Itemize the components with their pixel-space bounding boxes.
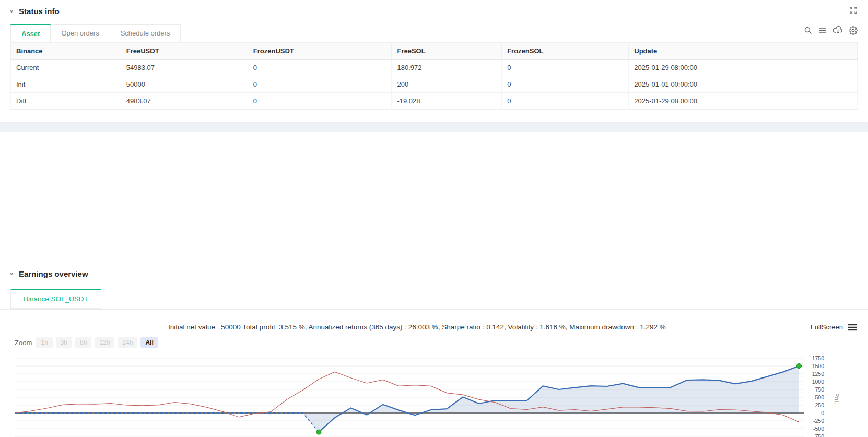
- tab-open-orders[interactable]: Open orders: [51, 24, 110, 42]
- table-cell: 0: [502, 60, 629, 76]
- table-row: Current54983.070180.97202025-01-29 08:00…: [11, 60, 858, 76]
- svg-text:500: 500: [815, 394, 824, 400]
- expand-icon[interactable]: [849, 6, 858, 17]
- table-cell: 180.972: [392, 60, 502, 76]
- axis-label-pnl: PnL: [834, 393, 840, 404]
- earnings-overview-card: ∨ Earnings overview Binance.SOL_USDT Ini…: [0, 132, 868, 437]
- menu-icon[interactable]: [818, 26, 827, 35]
- zoom-option-all[interactable]: All: [140, 337, 158, 348]
- table-row: Init50000020002025-01-01 00:00:00: [11, 76, 858, 93]
- zoom-option-3h[interactable]: 3h: [56, 337, 72, 348]
- col-header-frozensol: FrozenSOL: [502, 43, 629, 60]
- fullscreen-label: FullScreen: [811, 323, 843, 331]
- collapse-chevron-icon[interactable]: ∨: [9, 271, 14, 276]
- tabs-divider: [0, 309, 868, 310]
- table-cell: 2025-01-01 00:00:00: [629, 76, 858, 93]
- tab-schedule-orders[interactable]: Schedule orders: [110, 24, 181, 42]
- table-cell: 0: [248, 76, 392, 93]
- zoom-controls: Zoom 1h3h8h12h24hAll: [15, 337, 158, 348]
- status-info-header: ∨ Status info: [9, 7, 60, 16]
- col-header-freesol: FreeSOL: [392, 43, 502, 60]
- pnl-marker: [316, 430, 321, 434]
- table-cell: 0: [248, 93, 392, 110]
- table-toolbar: [804, 26, 858, 35]
- table-cell: 0: [502, 93, 629, 110]
- svg-text:1500: 1500: [812, 363, 825, 369]
- col-header-update: Update: [629, 43, 858, 60]
- zoom-option-12h[interactable]: 12h: [95, 337, 114, 348]
- pnl-area: [303, 366, 799, 432]
- stats-summary: Initial net value : 50000 Total profit: …: [168, 323, 666, 331]
- svg-text:0: 0: [821, 410, 824, 416]
- svg-text:1000: 1000: [812, 379, 825, 385]
- pnl-marker: [797, 364, 802, 369]
- zoom-label: Zoom: [15, 339, 32, 347]
- gear-icon[interactable]: [849, 26, 858, 35]
- svg-text:1250: 1250: [812, 371, 825, 377]
- table-cell: 54983.07: [121, 60, 248, 76]
- pnl-line-dashed: [15, 413, 319, 432]
- table-cell: Diff: [11, 93, 121, 110]
- collapse-chevron-icon[interactable]: ∨: [9, 8, 14, 14]
- status-info-card: ∨ Status info Asset Open orders Schedule…: [0, 0, 868, 122]
- tab-binance-sol-usdt[interactable]: Binance.SOL_USDT: [10, 289, 101, 309]
- col-header-freeusdt: FreeUSDT: [121, 43, 248, 60]
- table-cell: 200: [392, 76, 502, 93]
- col-header-binance: Binance: [11, 43, 121, 60]
- earnings-header: ∨ Earnings overview: [9, 269, 88, 278]
- fullscreen-button[interactable]: FullScreen: [811, 323, 857, 331]
- svg-text:-750: -750: [813, 433, 824, 437]
- zoom-option-24h[interactable]: 24h: [118, 337, 137, 348]
- table-cell: 50000: [121, 76, 248, 93]
- table-cell: 0: [502, 76, 629, 93]
- table-cell: 2025-01-29 08:00:00: [629, 93, 858, 110]
- svg-text:-250: -250: [813, 418, 824, 424]
- table-cell: 0: [248, 60, 392, 76]
- table-cell: 4983.07: [121, 93, 248, 110]
- tab-asset[interactable]: Asset: [10, 24, 51, 42]
- table-cell: Init: [11, 76, 121, 93]
- svg-text:-500: -500: [813, 426, 824, 432]
- table-cell: 2025-01-29 08:00:00: [629, 60, 858, 76]
- table-row: Diff4983.070-19.02802025-01-29 08:00:00: [11, 93, 858, 110]
- table-cell: -19.028: [392, 93, 502, 110]
- status-info-title: Status info: [19, 7, 60, 16]
- asset-table: BinanceFreeUSDTFrozenUSDTFreeSOLFrozenSO…: [10, 42, 858, 110]
- col-header-frozenusdt: FrozenUSDT: [248, 43, 392, 60]
- earnings-title: Earnings overview: [19, 269, 88, 278]
- pnl-panel: [15, 358, 804, 437]
- chart-menu-icon[interactable]: [848, 324, 857, 331]
- search-icon[interactable]: [804, 26, 813, 35]
- table-cell[interactable]: Current: [11, 60, 121, 76]
- earnings-chart[interactable]: 17501500125010007505002500-250-500-750-1…: [0, 350, 868, 437]
- zoom-option-8h[interactable]: 8h: [75, 337, 91, 348]
- zoom-option-1h[interactable]: 1h: [36, 337, 52, 348]
- status-tabs: Asset Open orders Schedule orders: [10, 24, 181, 42]
- svg-text:1750: 1750: [812, 355, 825, 361]
- svg-text:250: 250: [815, 402, 824, 408]
- svg-text:750: 750: [815, 386, 824, 393]
- cloud-download-icon[interactable]: [833, 26, 843, 35]
